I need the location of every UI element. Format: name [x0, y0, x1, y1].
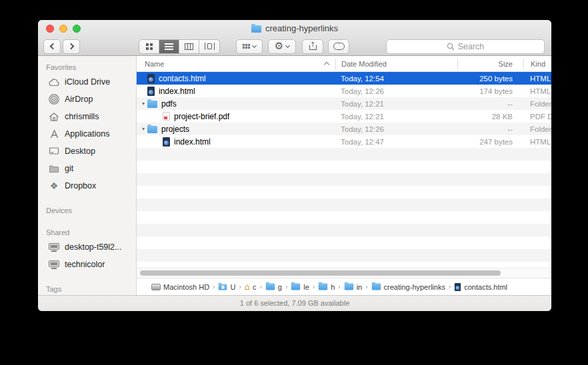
folder-icon — [48, 165, 60, 173]
sidebar-item-dropbox[interactable]: ❖ Dropbox — [38, 177, 136, 194]
path-separator: › — [449, 283, 451, 290]
folder-icon — [344, 284, 353, 290]
horizontal-scrollbar[interactable] — [137, 268, 551, 278]
disclosure-triangle-icon[interactable]: ▾ — [139, 101, 147, 107]
tag-button[interactable] — [328, 39, 349, 54]
traffic-lights — [46, 25, 81, 33]
group-by-button[interactable] — [236, 39, 263, 54]
table-row[interactable]: ▾ index.html Today, 12:47 247 bytes HTML — [137, 135, 551, 148]
folder-icon — [266, 284, 275, 290]
sidebar-item-git[interactable]: git — [38, 160, 136, 177]
window-chrome: creating-hyperlinks — [38, 20, 551, 56]
sidebar-item-label: AirDrop — [65, 95, 93, 104]
path-bar: Macintosh HD › U › ⌂ c › g — [137, 278, 551, 295]
path-separator: › — [259, 283, 261, 290]
sidebar-item-technicolor[interactable]: technicolor — [38, 256, 136, 273]
window-title: creating-hyperlinks — [265, 23, 338, 33]
html-file-icon — [455, 283, 461, 291]
display-icon — [48, 260, 60, 269]
icon-view-button[interactable] — [139, 40, 159, 53]
chevron-down-icon — [252, 43, 257, 47]
sidebar-section-favorites: Favorites — [38, 60, 136, 73]
airdrop-icon — [48, 94, 60, 105]
path-item-folder[interactable]: h — [318, 283, 335, 291]
sidebar-item-home[interactable]: chrismills — [38, 108, 136, 125]
path-item-contacts-html[interactable]: contacts.html — [454, 282, 507, 292]
table-row[interactable]: ▾ project-brief.pdf Today, 12:21 28 KB P… — [137, 110, 551, 123]
status-bar: 1 of 6 selected, 7.09 GB available — [38, 295, 551, 311]
close-button[interactable] — [46, 25, 54, 33]
html-file-icon — [147, 87, 155, 96]
sidebar-item-shared-desktop[interactable]: desktop-t59l2... — [38, 238, 136, 256]
path-separator: › — [338, 283, 340, 290]
sidebar-item-label: chrismills — [65, 112, 99, 121]
sidebar-item-airdrop[interactable]: AirDrop — [38, 91, 136, 108]
sidebar-item-applications[interactable]: Applications — [38, 125, 136, 143]
home-folder-icon: ⌂ — [245, 282, 250, 291]
column-header-name[interactable]: Name — [137, 60, 335, 68]
path-separator: › — [213, 283, 215, 290]
column-header-kind[interactable]: Kind — [523, 59, 551, 69]
path-item-users[interactable]: U — [218, 283, 235, 291]
sort-ascending-icon — [324, 62, 329, 67]
path-separator: › — [285, 283, 287, 290]
html-file-icon — [147, 74, 155, 83]
column-view-icon — [185, 43, 193, 50]
chevron-right-icon — [67, 43, 74, 50]
view-mode-control — [139, 39, 220, 54]
column-header-size[interactable]: Size — [457, 59, 523, 69]
desktop-background: creating-hyperlinks — [0, 0, 588, 365]
folder-icon — [147, 126, 157, 133]
sidebar-item-label: Applications — [65, 129, 109, 139]
file-list-panel: Name Date Modified Size Kind ▾ contacts.… — [137, 56, 551, 295]
icon-view-icon — [146, 43, 153, 50]
sidebar-item-icloud-drive[interactable]: iCloud Drive — [38, 73, 136, 91]
column-view-button[interactable] — [179, 40, 199, 53]
path-item-macintosh-hd[interactable]: Macintosh HD — [151, 283, 209, 291]
path-separator: › — [313, 283, 315, 290]
zoom-button[interactable] — [73, 25, 81, 33]
column-header-date-modified[interactable]: Date Modified — [335, 59, 457, 69]
search-input[interactable]: Search — [386, 39, 545, 54]
list-header: Name Date Modified Size Kind — [137, 56, 551, 72]
list-view-button[interactable] — [159, 40, 179, 53]
path-item-folder[interactable]: in — [344, 283, 363, 291]
share-button[interactable]: ↑ — [302, 39, 323, 54]
folder-icon — [251, 25, 261, 33]
tag-icon — [333, 43, 345, 50]
users-folder-icon — [219, 284, 227, 290]
search-icon — [447, 43, 455, 51]
sidebar-item-desktop[interactable]: Desktop — [38, 143, 136, 160]
scrollbar-thumb[interactable] — [140, 270, 501, 276]
forward-button[interactable] — [63, 39, 80, 54]
sidebar-item-label: technicolor — [65, 260, 105, 269]
list-view-icon — [165, 43, 173, 50]
table-row[interactable]: ▾ index.html Today, 12:26 174 bytes HTML — [137, 85, 551, 97]
minimize-button[interactable] — [59, 25, 67, 33]
dropbox-icon: ❖ — [48, 181, 60, 190]
chevron-left-icon — [49, 43, 56, 50]
sidebar-item-label: Desktop — [65, 147, 95, 156]
file-list: ▾ contacts.html Today, 12:54 250 bytes H… — [137, 72, 551, 268]
path-separator: › — [365, 283, 367, 290]
folder-icon — [147, 101, 157, 108]
title-bar[interactable]: creating-hyperlinks — [38, 20, 551, 37]
table-row[interactable]: ▾ contacts.html Today, 12:54 250 bytes H… — [137, 72, 551, 85]
sidebar-section-tags: Tags — [38, 282, 136, 295]
hard-drive-icon — [151, 284, 161, 290]
search-placeholder: Search — [458, 42, 485, 51]
sidebar-section-shared: Shared — [38, 225, 136, 238]
path-item-folder[interactable]: le — [291, 283, 309, 291]
path-item-creating-hyperlinks[interactable]: creating-hyperlinks — [371, 283, 445, 291]
table-row[interactable]: ▾ projects Today, 12:26 -- Folder — [137, 123, 551, 135]
pdf-file-icon — [163, 112, 170, 121]
back-button[interactable] — [43, 39, 61, 54]
path-item-folder[interactable]: g — [265, 283, 282, 291]
table-row[interactable]: ▾ pdfs Today, 12:21 -- Folder — [137, 97, 551, 110]
coverflow-view-button[interactable] — [199, 40, 219, 53]
path-item-home[interactable]: ⌂ c — [245, 282, 257, 291]
sidebar-item-label: Dropbox — [65, 181, 96, 190]
disclosure-triangle-icon[interactable]: ▾ — [139, 127, 147, 132]
action-button[interactable]: ⚙ — [268, 39, 296, 54]
sidebar-item-label: iCloud Drive — [65, 77, 110, 87]
